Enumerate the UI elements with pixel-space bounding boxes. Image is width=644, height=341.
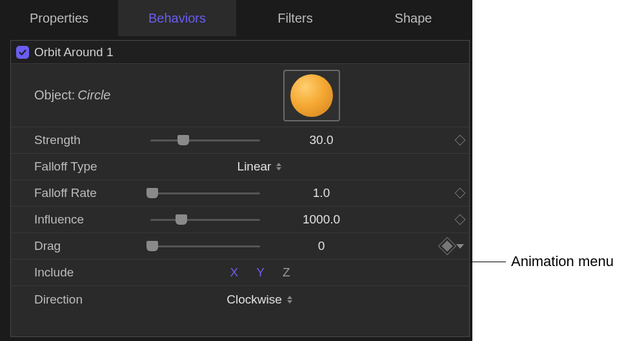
updown-icon	[275, 161, 283, 172]
object-well[interactable]	[283, 70, 340, 121]
param-strength: Strength 30.0	[11, 127, 469, 154]
param-label: Falloff Rate	[34, 186, 150, 200]
axis-x-button[interactable]: X	[230, 265, 239, 280]
inspector-panel: Properties Behaviors Filters Shape Orbit…	[0, 0, 472, 341]
direction-select[interactable]: Clockwise	[150, 293, 370, 307]
updown-icon	[286, 294, 294, 305]
influence-slider[interactable]	[150, 213, 260, 226]
tab-shape[interactable]: Shape	[354, 0, 472, 36]
param-influence: Influence 1000.0	[11, 207, 469, 233]
param-label: Include	[34, 265, 150, 280]
param-falloff-type: Falloff Type Linear	[11, 154, 469, 180]
select-value: Clockwise	[226, 293, 282, 307]
param-include: Include X Y Z	[11, 260, 469, 286]
tab-behaviors[interactable]: Behaviors	[118, 0, 236, 36]
keyframe-icon[interactable]	[455, 135, 466, 146]
drag-slider[interactable]	[150, 240, 260, 253]
param-falloff-rate: Falloff Rate 1.0	[11, 180, 469, 207]
tab-properties[interactable]: Properties	[0, 0, 118, 36]
param-label: Falloff Type	[34, 160, 150, 174]
animation-menu-button[interactable]	[456, 244, 464, 249]
callout-annotation: Animation menu	[470, 253, 614, 270]
keyframe-icon[interactable]	[455, 214, 466, 225]
param-label: Influence	[34, 212, 150, 227]
keyframe-active-icon[interactable]	[442, 241, 453, 252]
behavior-inspector: Orbit Around 1 Object: Circle Strength 3…	[10, 40, 470, 337]
param-label: Direction	[34, 293, 150, 307]
drag-value[interactable]: 0	[273, 239, 370, 253]
behavior-header: Orbit Around 1	[11, 41, 469, 64]
keyframe-icon[interactable]	[455, 188, 466, 199]
select-value: Linear	[237, 160, 272, 174]
param-direction: Direction Clockwise	[11, 286, 469, 313]
param-drag: Drag 0	[11, 233, 469, 260]
axis-y-button[interactable]: Y	[256, 265, 265, 280]
axis-z-button[interactable]: Z	[283, 265, 290, 280]
object-value: Circle	[77, 88, 110, 103]
falloff-rate-slider[interactable]	[150, 187, 260, 200]
param-label: Strength	[34, 133, 150, 147]
tab-filters[interactable]: Filters	[236, 0, 354, 36]
behavior-title: Orbit Around 1	[34, 45, 114, 59]
axis-toggle-group: X Y Z	[150, 265, 370, 280]
callout-line	[470, 262, 506, 262]
falloff-rate-value[interactable]: 1.0	[273, 186, 370, 200]
circle-swatch-icon	[290, 74, 333, 117]
influence-value[interactable]: 1000.0	[273, 212, 370, 227]
strength-slider[interactable]	[150, 134, 260, 147]
strength-value[interactable]: 30.0	[273, 133, 370, 147]
checkmark-icon	[18, 48, 27, 57]
object-label: Object:	[34, 88, 75, 103]
tab-bar: Properties Behaviors Filters Shape	[0, 0, 472, 36]
callout-label: Animation menu	[511, 253, 614, 270]
object-row: Object: Circle	[11, 64, 469, 127]
param-label: Drag	[34, 239, 150, 253]
behavior-enable-checkbox[interactable]	[16, 46, 29, 59]
falloff-type-select[interactable]: Linear	[150, 160, 370, 174]
